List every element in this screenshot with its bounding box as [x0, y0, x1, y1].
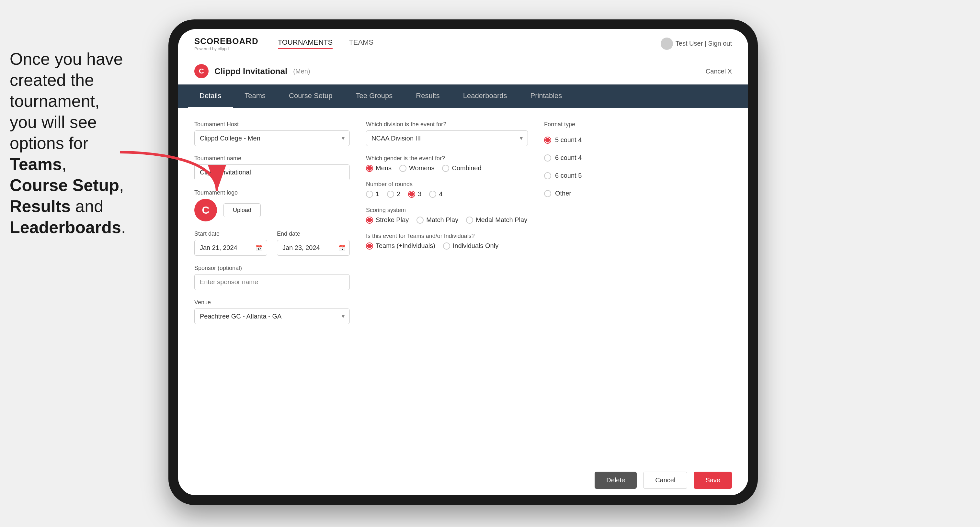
footer-bar: Delete Cancel Save	[178, 465, 748, 495]
tournament-name: Clippd Invitational	[215, 67, 287, 76]
tournament-name-field-group: Tournament name	[194, 155, 350, 180]
tabs-bar: Details Teams Course Setup Tee Groups Re…	[178, 84, 748, 108]
host-label: Tournament Host	[194, 121, 350, 128]
gender-womens-radio[interactable]	[399, 165, 406, 172]
format-5count4[interactable]: 5 count 4	[544, 136, 667, 144]
tab-teams[interactable]: Teams	[233, 84, 277, 108]
rounds-label: Number of rounds	[366, 181, 528, 188]
format-other-radio[interactable]	[544, 190, 551, 197]
user-label[interactable]: Test User | Sign out	[676, 40, 732, 47]
venue-label: Venue	[194, 299, 350, 306]
rounds-1-radio[interactable]	[366, 190, 373, 198]
format-6count5-radio[interactable]	[544, 172, 551, 179]
tournament-name-input[interactable]	[194, 164, 350, 180]
scoring-medal-radio[interactable]	[466, 217, 473, 224]
scoring-match-play[interactable]: Match Play	[417, 216, 458, 224]
end-date-input[interactable]	[277, 240, 350, 256]
user-area: Test User | Sign out	[661, 38, 732, 50]
gender-mens-radio[interactable]	[366, 165, 373, 172]
scoring-stroke-play[interactable]: Stroke Play	[366, 216, 409, 224]
logo-upload-area: C Upload	[194, 199, 350, 221]
save-button[interactable]: Save	[694, 471, 732, 489]
rounds-2-radio[interactable]	[387, 190, 394, 198]
gender-mens[interactable]: Mens	[366, 164, 391, 172]
rounds-4[interactable]: 4	[429, 190, 442, 198]
tab-results[interactable]: Results	[404, 84, 451, 108]
venue-field-group: Venue Peachtree GC - Atlanta - GA	[194, 299, 350, 324]
delete-button[interactable]: Delete	[595, 471, 637, 489]
host-select[interactable]: Clippd College - Men	[194, 130, 350, 146]
format-label: Format type	[544, 121, 667, 128]
gender-combined-radio[interactable]	[442, 165, 449, 172]
scoring-radio-group: Stroke Play Match Play Medal Match Play	[366, 216, 528, 224]
teams-radio-group: Teams (+Individuals) Individuals Only	[366, 242, 528, 249]
logo-preview: C	[194, 199, 217, 221]
tournament-name-label: Tournament name	[194, 155, 350, 162]
gender-label: Which gender is the event for?	[366, 155, 528, 162]
tablet-device: SCOREBOARD Powered by clippd TOURNAMENTS…	[169, 19, 758, 505]
form-col-left: Tournament Host Clippd College - Men Tou…	[194, 121, 350, 452]
tournament-header: C Clippd Invitational (Men) Cancel X	[178, 58, 748, 84]
individuals-radio[interactable]	[443, 243, 450, 249]
tournament-title-group: C Clippd Invitational (Men)	[194, 64, 310, 78]
gender-field-group: Which gender is the event for? Mens Wome…	[366, 155, 528, 172]
division-select[interactable]: NCAA Division III	[366, 130, 528, 146]
division-field-group: Which division is the event for? NCAA Di…	[366, 121, 528, 146]
start-date-field: Start date	[194, 230, 267, 256]
tab-printables[interactable]: Printables	[519, 84, 574, 108]
format-5count4-radio[interactable]	[544, 137, 551, 144]
format-other[interactable]: Other	[544, 190, 667, 197]
tournament-icon: C	[194, 64, 208, 78]
teams-plus-individuals[interactable]: Teams (+Individuals)	[366, 242, 435, 249]
rounds-1[interactable]: 1	[366, 190, 379, 198]
rounds-2[interactable]: 2	[387, 190, 400, 198]
tab-course-setup[interactable]: Course Setup	[277, 84, 344, 108]
bold-course-setup: Course Setup	[10, 176, 119, 195]
date-row: Start date End date	[194, 230, 350, 256]
rounds-radio-group: 1 2 3 4	[366, 190, 528, 198]
nav-tournaments[interactable]: TOURNAMENTS	[278, 38, 333, 49]
teams-radio[interactable]	[366, 243, 373, 249]
upload-button[interactable]: Upload	[223, 203, 261, 217]
main-content: Tournament Host Clippd College - Men Tou…	[178, 108, 748, 465]
bold-results: Results	[10, 197, 71, 216]
scoring-match-radio[interactable]	[417, 217, 423, 224]
scoring-medal-match-play[interactable]: Medal Match Play	[466, 216, 527, 224]
format-6count5[interactable]: 6 count 5	[544, 172, 667, 179]
instruction-text: Once you have created the tournament, yo…	[0, 42, 156, 244]
cancel-top-button[interactable]: Cancel X	[706, 68, 732, 75]
division-label: Which division is the event for?	[366, 121, 528, 128]
rounds-4-radio[interactable]	[429, 190, 436, 198]
individuals-only[interactable]: Individuals Only	[443, 242, 498, 249]
tournament-tag: (Men)	[293, 68, 310, 75]
tab-details[interactable]: Details	[188, 84, 233, 108]
form-col-right: Format type 5 count 4 6 count 4 6 count …	[544, 121, 667, 452]
logo-title: SCOREBOARD	[194, 36, 258, 46]
teams-label: Is this event for Teams and/or Individua…	[366, 233, 528, 240]
scoring-stroke-radio[interactable]	[366, 217, 373, 224]
tab-leaderboards[interactable]: Leaderboards	[452, 84, 519, 108]
sponsor-label: Sponsor (optional)	[194, 265, 350, 271]
gender-combined[interactable]: Combined	[442, 164, 481, 172]
rounds-field-group: Number of rounds 1 2 3	[366, 181, 528, 198]
venue-select[interactable]: Peachtree GC - Atlanta - GA	[194, 308, 350, 324]
end-date-field: End date	[277, 230, 350, 256]
host-field-group: Tournament Host Clippd College - Men	[194, 121, 350, 146]
cancel-button[interactable]: Cancel	[643, 471, 687, 489]
teams-field-group: Is this event for Teams and/or Individua…	[366, 233, 528, 249]
rounds-3-radio[interactable]	[408, 190, 415, 198]
start-date-input[interactable]	[194, 240, 267, 256]
bold-leaderboards: Leaderboards	[10, 218, 121, 237]
tab-tee-groups[interactable]: Tee Groups	[344, 84, 404, 108]
rounds-3[interactable]: 3	[408, 190, 422, 198]
format-6count4[interactable]: 6 count 4	[544, 154, 667, 162]
logo-field-group: Tournament logo C Upload	[194, 189, 350, 221]
gender-radio-group: Mens Womens Combined	[366, 164, 528, 172]
sponsor-input[interactable]	[194, 274, 350, 290]
gender-womens[interactable]: Womens	[399, 164, 434, 172]
nav-teams[interactable]: TEAMS	[349, 38, 374, 49]
logo-area: SCOREBOARD Powered by clippd	[194, 36, 258, 51]
format-6count4-radio[interactable]	[544, 154, 551, 162]
scoring-field-group: Scoring system Stroke Play Match Play	[366, 207, 528, 224]
end-date-label: End date	[277, 230, 350, 237]
